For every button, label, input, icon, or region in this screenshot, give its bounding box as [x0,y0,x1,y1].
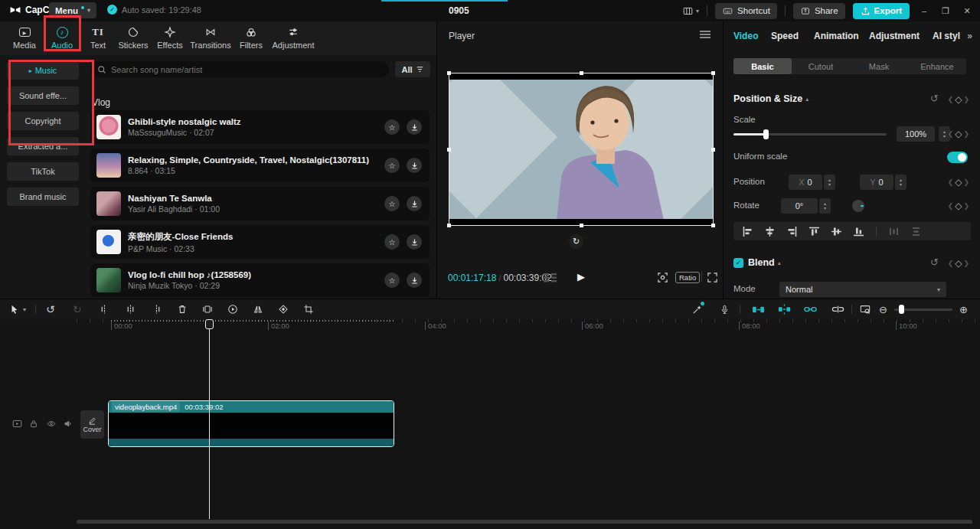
focus-frame-button[interactable] [657,272,668,283]
menu-button[interactable]: Menu ▾ [49,2,96,18]
rotate-stepper[interactable]: ▴▾ [819,198,831,214]
keyframe-control[interactable]: ❮◇❯ [948,201,969,211]
close-button[interactable]: ✕ [960,6,974,16]
scale-value-field[interactable]: 100% [897,126,935,142]
selection-handle[interactable] [711,224,715,227]
playhead-handle[interactable] [205,319,214,329]
minimize-button[interactable]: – [917,6,931,15]
position-y-stepper[interactable]: ▴▾ [895,175,906,190]
linkage-button[interactable] [804,303,817,315]
share-button[interactable]: Share [793,3,845,19]
rotate-clip-icon[interactable] [278,303,289,315]
sidebar-item-extracted-audio[interactable]: Extracted a... [7,137,79,155]
subtab-cutout[interactable]: Cutout [792,58,850,74]
selection-handle[interactable] [447,224,451,227]
download-button[interactable] [407,196,422,211]
delete-button[interactable] [177,303,188,315]
uniform-scale-toggle[interactable] [947,152,968,163]
playhead-line[interactable] [209,319,210,519]
keyframe-control[interactable]: ❮◇❯ [948,177,969,188]
crop-icon[interactable] [303,303,314,315]
position-size-header[interactable]: Position & Size ▴ [733,93,808,104]
subtab-enhance[interactable]: Enhance [908,58,966,74]
playback-speed-icon[interactable] [227,303,238,315]
play-button[interactable]: ▶ [577,271,585,282]
song-row[interactable]: Vlog lo-fi chill hop ♪(1258569) Ninja Mu… [90,263,430,297]
selection-handle[interactable] [447,148,451,152]
reset-icon[interactable]: ↺ [930,256,939,268]
slider-thumb[interactable] [899,305,904,314]
align-left-icon[interactable] [743,227,753,237]
tab-audio[interactable]: ♪ Audio [44,25,80,50]
keyframe-control[interactable]: ❮◇❯ [948,129,969,139]
selection-handle[interactable] [447,71,451,75]
song-row[interactable]: 亲密的朋友-Close Friends P&P Music · 02:33 ☆ [90,225,430,259]
sidebar-item-sound-effects[interactable]: Sound effe... [7,87,79,105]
lock-track-icon[interactable] [29,419,38,429]
song-row[interactable]: Nashiyan Te Sanwla Yasir Ali Baghdadi · … [90,187,430,220]
align-bottom-icon[interactable] [854,227,864,237]
keyframe-control[interactable]: ❮◇❯ [948,94,969,105]
tab-filters[interactable]: Filters [237,25,265,50]
align-right-icon[interactable] [787,227,797,237]
mirror-flip-icon[interactable] [253,303,263,315]
zoom-in-button[interactable]: ⊕ [959,303,968,315]
overlay-clip-icon[interactable] [202,303,213,315]
favorite-star-button[interactable]: ☆ [384,119,400,135]
rotate-handle[interactable]: ↻ [569,234,583,249]
subtab-basic[interactable]: Basic [733,58,792,74]
layout-switch-button[interactable]: ▾ [682,6,699,16]
selection-handle[interactable] [711,71,715,75]
hide-track-icon[interactable] [46,419,57,429]
song-row[interactable]: Ghibli-style nostalgic waltz MaSssuguMus… [90,110,430,144]
selection-handle[interactable] [580,71,583,75]
favorite-star-button[interactable]: ☆ [384,234,400,250]
position-x-stepper[interactable]: ▴▾ [824,175,835,190]
undo-button[interactable]: ↺ [46,303,55,315]
sidebar-item-tiktok[interactable]: TikTok [7,162,79,181]
download-button[interactable] [407,119,422,135]
filter-all-button[interactable]: All [395,61,430,77]
tab-effects[interactable]: Effects [155,25,185,50]
sidebar-item-brand-music[interactable]: Brand music [7,188,79,206]
edit-cover-button[interactable]: Cover [80,410,104,439]
keyframe-control[interactable]: ❮◇❯ [948,258,969,269]
selection-handle[interactable] [711,148,715,152]
main-track-magnet-button[interactable] [752,303,765,315]
timeline-zoom-slider[interactable] [894,309,952,311]
rotate-knob[interactable] [852,200,864,212]
player-menu-icon[interactable] [700,34,710,35]
frame-view-icon[interactable] [544,273,557,282]
favorite-star-button[interactable]: ☆ [384,273,400,288]
export-button[interactable]: Export [853,3,910,19]
slider-thumb[interactable] [763,129,769,139]
selection-handle[interactable] [580,224,583,227]
select-tool-chevron-icon[interactable]: ▾ [23,303,26,315]
tab-stickers[interactable]: Stickers [115,25,152,50]
align-center-horizontal-icon[interactable] [765,227,775,237]
tab-transitions[interactable]: Transitions [188,25,233,50]
download-button[interactable] [407,234,422,250]
tab-adjustment[interactable]: Adjustment [270,25,317,50]
song-row[interactable]: Relaxing, Simple, Countryside, Travel, N… [90,149,430,182]
tab-media[interactable]: ▶ Media [8,25,41,50]
sidebar-item-music[interactable]: ▸ Music [7,61,79,80]
blend-header[interactable]: ✓ Blend ▴ [733,257,781,268]
reset-icon[interactable]: ↺ [930,93,939,104]
split-button[interactable] [126,303,136,315]
position-x-field[interactable]: X0 [789,175,822,190]
split-right-button[interactable] [152,303,162,315]
mute-track-icon[interactable] [63,419,74,429]
favorite-star-button[interactable]: ☆ [384,158,400,173]
shortcut-button[interactable]: Shortcut [715,3,777,19]
inspector-tab-video[interactable]: Video [733,31,758,41]
unlink-preview-button[interactable] [831,303,844,315]
inspector-tab-ai-style[interactable]: AI styl [933,31,960,41]
song-search[interactable] [90,61,389,77]
ratio-button[interactable]: Ratio [675,272,700,283]
scale-slider[interactable] [733,133,887,136]
video-preview[interactable] [449,73,714,226]
select-tool-button[interactable] [9,303,20,315]
position-y-field[interactable]: Y0 [860,175,893,190]
inspector-tab-animation[interactable]: Animation [814,31,859,41]
